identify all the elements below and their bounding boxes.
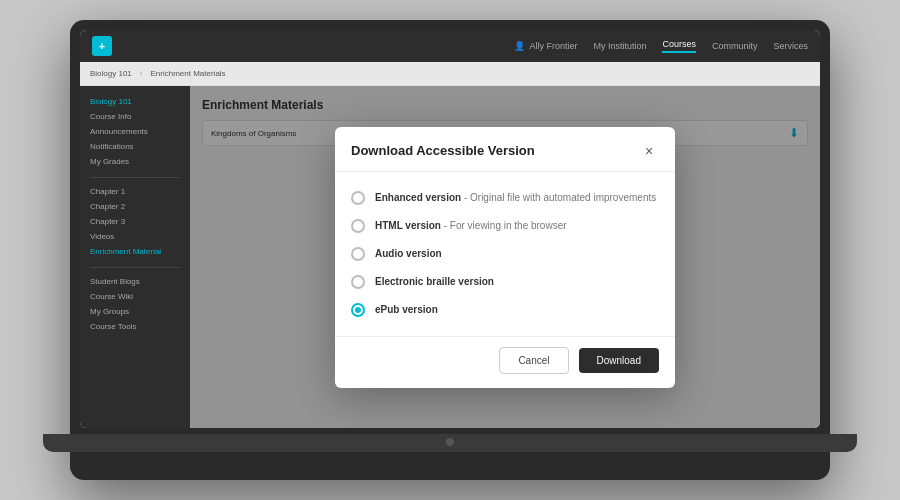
option-braille[interactable]: Electronic braille version xyxy=(351,268,659,296)
content-area: Enrichment Materials Kingdoms of Organis… xyxy=(190,86,820,428)
option-enhanced-label: Enhanced version - Original file with au… xyxy=(375,192,656,203)
sidebar-item-enrichment[interactable]: Enrichment Material xyxy=(80,244,190,259)
sidebar-item-announcements[interactable]: Announcements xyxy=(80,124,190,139)
top-nav-left: + xyxy=(92,36,112,56)
nav-user: 👤 Ally Frontier xyxy=(514,41,577,51)
modal-body: Enhanced version - Original file with au… xyxy=(335,172,675,336)
radio-epub[interactable] xyxy=(351,303,365,317)
option-html-label: HTML version - For viewing in the browse… xyxy=(375,220,567,231)
sidebar-item-tools[interactable]: Course Tools xyxy=(80,319,190,334)
breadcrumb-enrichment[interactable]: Enrichment Materials xyxy=(150,69,225,78)
modal-header: Download Accessible Version × xyxy=(335,127,675,172)
radio-braille[interactable] xyxy=(351,275,365,289)
sidebar-item-videos[interactable]: Videos xyxy=(80,229,190,244)
sidebar-item-wiki[interactable]: Course Wiki xyxy=(80,289,190,304)
sidebar-item-groups[interactable]: My Groups xyxy=(80,304,190,319)
radio-html[interactable] xyxy=(351,219,365,233)
sidebar-item-biology101[interactable]: Biology 101 xyxy=(80,94,190,109)
option-braille-label: Electronic braille version xyxy=(375,276,494,287)
sidebar-item-mygrades[interactable]: My Grades xyxy=(80,154,190,169)
nav-item-courses[interactable]: Courses xyxy=(662,39,696,53)
option-audio-label: Audio version xyxy=(375,248,442,259)
top-nav: + 👤 Ally Frontier My Institution Courses… xyxy=(80,30,820,62)
laptop-base xyxy=(43,434,857,452)
option-epub[interactable]: ePub version xyxy=(351,296,659,324)
app-logo: + xyxy=(92,36,112,56)
sidebar-item-courseinfo[interactable]: Course Info xyxy=(80,109,190,124)
option-html[interactable]: HTML version - For viewing in the browse… xyxy=(351,212,659,240)
breadcrumb: Biology 101 › Enrichment Materials xyxy=(80,62,820,86)
option-epub-label: ePub version xyxy=(375,304,438,315)
option-audio[interactable]: Audio version xyxy=(351,240,659,268)
radio-audio[interactable] xyxy=(351,247,365,261)
cancel-button[interactable]: Cancel xyxy=(499,347,568,374)
top-nav-right: 👤 Ally Frontier My Institution Courses C… xyxy=(514,39,808,53)
sidebar-item-chapter3[interactable]: Chapter 3 xyxy=(80,214,190,229)
modal-close-button[interactable]: × xyxy=(639,141,659,161)
app-ui: + 👤 Ally Frontier My Institution Courses… xyxy=(80,30,820,428)
sidebar-section-3: Student Blogs Course Wiki My Groups Cour… xyxy=(80,274,190,334)
laptop-screen: + 👤 Ally Frontier My Institution Courses… xyxy=(80,30,820,428)
main-content: Biology 101 Course Info Announcements No… xyxy=(80,86,820,428)
download-button[interactable]: Download xyxy=(579,348,659,373)
sidebar-section-2: Chapter 1 Chapter 2 Chapter 3 Videos Enr… xyxy=(80,184,190,259)
laptop-shell: + 👤 Ally Frontier My Institution Courses… xyxy=(70,20,830,480)
modal-title: Download Accessible Version xyxy=(351,143,535,158)
nav-item-institution[interactable]: My Institution xyxy=(593,41,646,51)
modal-footer: Cancel Download xyxy=(335,336,675,388)
sidebar-item-blogs[interactable]: Student Blogs xyxy=(80,274,190,289)
modal-overlay: Download Accessible Version × Enhanced v… xyxy=(190,86,820,428)
breadcrumb-biology[interactable]: Biology 101 xyxy=(90,69,132,78)
nav-item-services[interactable]: Services xyxy=(773,41,808,51)
sidebar-item-chapter2[interactable]: Chapter 2 xyxy=(80,199,190,214)
option-enhanced[interactable]: Enhanced version - Original file with au… xyxy=(351,184,659,212)
modal-dialog: Download Accessible Version × Enhanced v… xyxy=(335,127,675,388)
sidebar-divider-1 xyxy=(90,177,180,178)
sidebar-section-1: Biology 101 Course Info Announcements No… xyxy=(80,94,190,169)
sidebar: Biology 101 Course Info Announcements No… xyxy=(80,86,190,428)
nav-item-community[interactable]: Community xyxy=(712,41,758,51)
sidebar-divider-2 xyxy=(90,267,180,268)
sidebar-item-notifications[interactable]: Notifications xyxy=(80,139,190,154)
sidebar-item-chapter1[interactable]: Chapter 1 xyxy=(80,184,190,199)
radio-enhanced[interactable] xyxy=(351,191,365,205)
laptop-notch xyxy=(446,438,454,446)
